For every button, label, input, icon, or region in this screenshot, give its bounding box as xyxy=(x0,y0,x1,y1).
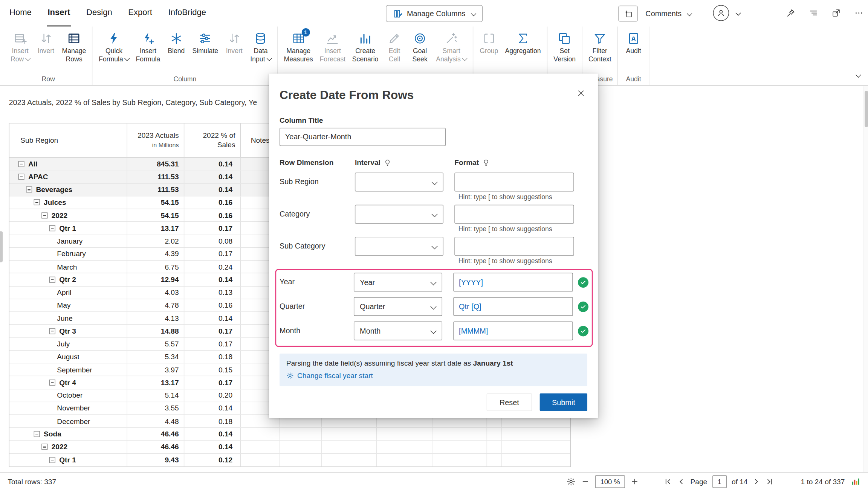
change-fiscal-year-link[interactable]: Change fiscal year start xyxy=(297,371,373,381)
next-page-button[interactable] xyxy=(753,477,761,486)
chevron-down-icon xyxy=(266,56,272,61)
first-page-button[interactable] xyxy=(664,477,672,486)
ribbon-item-insert-row: InsertRow xyxy=(7,30,33,64)
create-date-from-rows-dialog: Create Date From Rows Column Title Row D… xyxy=(269,73,598,418)
format-input-year[interactable] xyxy=(453,273,573,291)
interval-select-quarter[interactable]: Quarter xyxy=(354,297,442,316)
header-sub-region[interactable]: Sub Region xyxy=(9,124,127,157)
simulate-icon xyxy=(198,32,212,46)
table-row-qtr-1[interactable]: Qtr 19.430.12 xyxy=(9,454,570,467)
collapse-icon[interactable] xyxy=(49,380,55,386)
header-label: Sales xyxy=(217,140,235,149)
collapse-icon[interactable] xyxy=(34,431,40,437)
collapse-icon[interactable] xyxy=(18,174,24,180)
chevron-down-icon xyxy=(431,211,438,217)
interval-select-month[interactable]: Month xyxy=(354,322,442,340)
scrollbar-thumb[interactable] xyxy=(865,91,868,127)
ribbon-item-audit[interactable]: Audit xyxy=(621,30,646,55)
header-2022-pct-of-sales[interactable]: 2022 % of Sales xyxy=(184,124,241,157)
add-comment-button[interactable] xyxy=(618,6,637,22)
tab-home[interactable]: Home xyxy=(9,0,32,27)
ribbon-item-simulate[interactable]: Simulate xyxy=(189,30,222,55)
ribbon-item-create-scenario[interactable]: CreateScenario xyxy=(349,30,382,64)
interval-value: Quarter xyxy=(360,302,385,311)
interval-select-sub-category[interactable] xyxy=(355,237,443,256)
pin-icon[interactable] xyxy=(786,8,796,18)
ribbon-item-label: QuickFormula xyxy=(99,47,129,64)
aggregation-icon xyxy=(516,32,530,46)
account-menu[interactable] xyxy=(713,5,740,21)
expand-window-icon[interactable] xyxy=(831,8,841,18)
column-title-input[interactable] xyxy=(280,128,446,146)
tab-infobridge[interactable]: InfoBridge xyxy=(168,0,206,27)
format-input-quarter[interactable] xyxy=(453,297,573,316)
ribbon-item-manage-measures[interactable]: 1ManageMeasures xyxy=(281,30,316,64)
row-label-cell: Qtr 3 xyxy=(9,325,127,337)
format-input-month[interactable] xyxy=(453,322,573,340)
vertical-scrollbar[interactable] xyxy=(863,86,868,472)
actuals-cell: 54.15 xyxy=(127,196,184,209)
row-label: January xyxy=(57,237,83,245)
pct-of-sales-cell: 0.16 xyxy=(184,299,241,312)
table-row-2022[interactable]: 202246.460.14 xyxy=(9,441,570,453)
left-scroll-handle[interactable] xyxy=(0,231,3,262)
collapse-icon[interactable] xyxy=(49,457,55,463)
smart-analysis-icon xyxy=(445,32,458,46)
submit-button[interactable]: Submit xyxy=(540,393,587,411)
collapse-icon[interactable] xyxy=(41,444,47,450)
row-label-cell: 2022 xyxy=(9,441,127,453)
actuals-cell: 111.53 xyxy=(127,183,184,196)
more-options-icon[interactable] xyxy=(854,8,863,18)
ribbon-item-filter-context[interactable]: FilterContext xyxy=(585,30,614,64)
page-input[interactable] xyxy=(712,476,726,488)
interval-select-year[interactable]: Year xyxy=(354,273,442,291)
outline-lines-icon[interactable] xyxy=(809,8,818,18)
last-page-button[interactable] xyxy=(766,477,774,486)
format-input-sub-region[interactable] xyxy=(454,172,574,191)
format-hint: Hint: type [ to show suggestions xyxy=(458,193,574,201)
ribbon-item-label: ManageMeasures xyxy=(284,47,313,64)
table-row-soda[interactable]: Soda46.460.14 xyxy=(9,428,570,441)
tab-design[interactable]: Design xyxy=(86,0,113,27)
tab-export[interactable]: Export xyxy=(128,0,153,27)
manage-columns-label: Manage Columns xyxy=(407,9,465,18)
collapse-icon[interactable] xyxy=(49,225,55,231)
collapse-ribbon-button[interactable] xyxy=(854,70,860,80)
collapse-icon[interactable] xyxy=(34,200,40,206)
ribbon-item-label: FilterContext xyxy=(588,47,611,64)
collapse-icon[interactable] xyxy=(49,277,55,283)
manage-columns-button[interactable]: Manage Columns xyxy=(386,5,483,22)
format-input-sub-category[interactable] xyxy=(454,237,574,256)
empty-cell xyxy=(280,441,322,453)
zoom-out-button[interactable] xyxy=(581,477,590,486)
tab-insert[interactable]: Insert xyxy=(47,0,71,27)
close-icon[interactable] xyxy=(575,87,587,100)
format-input-category[interactable] xyxy=(454,205,574,224)
previous-page-button[interactable] xyxy=(677,477,685,486)
ribbon-item-data-input[interactable]: DataInput xyxy=(247,30,275,64)
header-2023-actuals[interactable]: 2023 Actuals in Millions xyxy=(127,124,184,157)
collapse-icon[interactable] xyxy=(18,161,24,167)
reset-button[interactable]: Reset xyxy=(487,393,532,411)
empty-cell xyxy=(487,441,501,453)
settings-gear-icon[interactable] xyxy=(566,477,576,486)
actuals-cell: 5.57 xyxy=(127,338,184,350)
interval-select-sub-region[interactable] xyxy=(355,172,443,191)
ribbon-item-insert-formula[interactable]: InsertFormula xyxy=(133,30,164,64)
ribbon-item-blend[interactable]: Blend xyxy=(164,30,189,55)
ribbon-item-manage-rows[interactable]: ManageRows xyxy=(59,30,89,64)
comments-button[interactable]: Comments xyxy=(642,6,695,22)
ribbon-item-set-version[interactable]: SetVersion xyxy=(550,30,579,64)
row-label-cell: Qtr 4 xyxy=(9,377,127,389)
ribbon-item-quick-formula[interactable]: QuickFormula xyxy=(95,30,132,64)
collapse-icon[interactable] xyxy=(49,328,55,334)
ribbon-item-aggregation[interactable]: Aggregation xyxy=(502,30,544,55)
interval-select-category[interactable] xyxy=(355,205,443,224)
collapse-icon[interactable] xyxy=(26,186,32,192)
zoom-in-button[interactable] xyxy=(630,477,639,486)
zoom-input[interactable] xyxy=(595,476,625,488)
mini-chart-icon[interactable] xyxy=(851,477,860,486)
ribbon-item-goal-seek[interactable]: GoalSeek xyxy=(407,30,433,64)
add-comment-icon xyxy=(623,9,633,18)
collapse-icon[interactable] xyxy=(41,212,47,218)
